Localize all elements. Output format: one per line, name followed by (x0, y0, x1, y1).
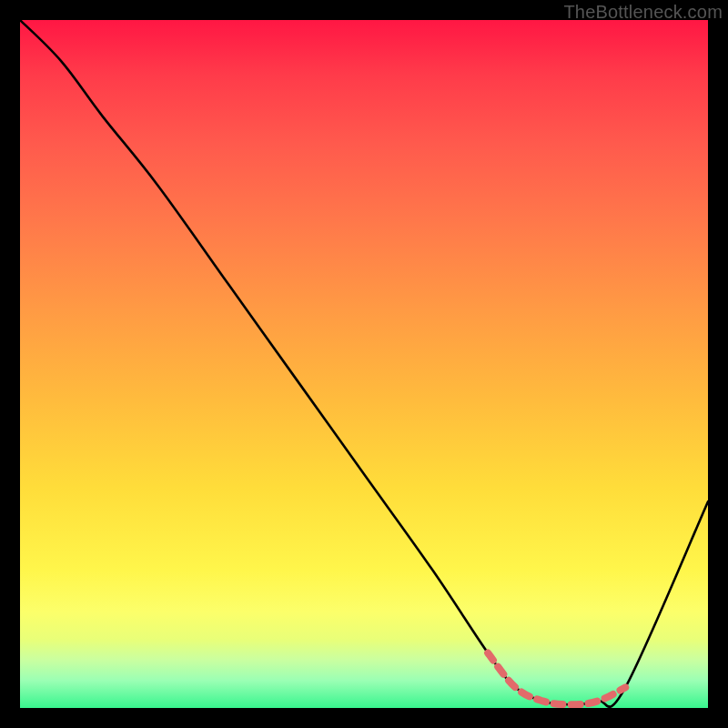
chart-container: TheBottleneck.com (0, 0, 728, 728)
chart-svg (20, 20, 708, 708)
main-curve (20, 20, 708, 707)
plot-area (20, 20, 708, 708)
bottom-segment (488, 653, 625, 705)
